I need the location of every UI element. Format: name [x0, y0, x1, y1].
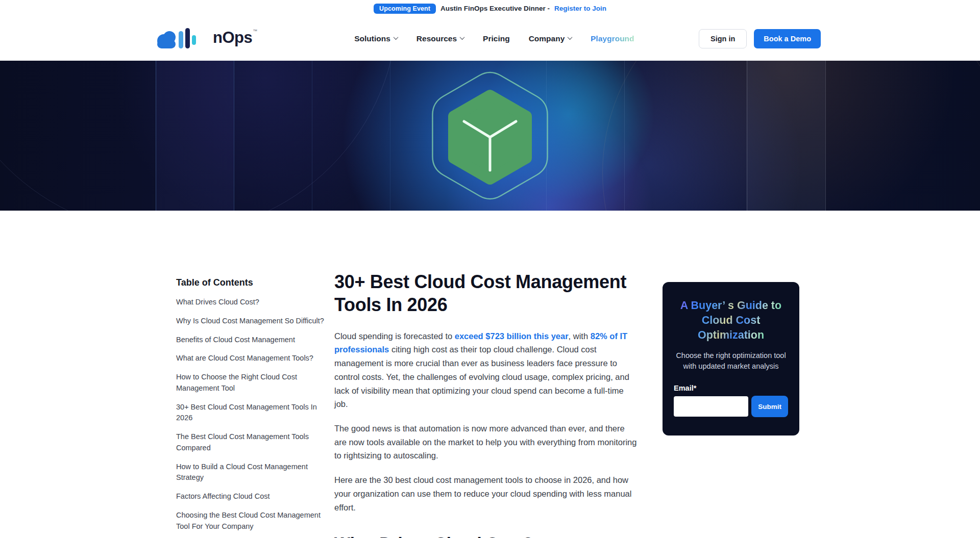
nav-item-resources[interactable]: Resources [416, 34, 464, 43]
chevron-down-icon [460, 35, 465, 40]
hero-gridline [747, 61, 747, 211]
spending-forecast-link[interactable]: exceed $723 billion this year [455, 331, 569, 341]
article-title: 30+ Best Cloud Cost Management Tools In … [334, 270, 638, 317]
trademark-mark: ™ [253, 29, 257, 34]
main-nav: nOps ™ Solutions Resources Pricing Compa… [0, 17, 980, 61]
hero-banner-image [0, 61, 980, 211]
nav-links: Solutions Resources Pricing Company Play… [354, 34, 634, 43]
hero-gridline [825, 61, 826, 211]
toc-title: Table of Contents [176, 277, 324, 288]
hero-gridline [234, 61, 234, 211]
hero-gridline [156, 61, 156, 211]
section-heading-what-drives-cloud-cost: What Drives Cloud Cost? [334, 534, 638, 538]
nav-item-label: Company [529, 34, 565, 43]
hero-panel [156, 61, 234, 211]
sidebar: A Buyer’ s Guide to Cloud Cost Optimizat… [663, 282, 799, 435]
nops-logo-icon [156, 27, 209, 51]
cube-hexagon-icon [398, 61, 582, 211]
article-paragraph: The good news is that automation is now … [334, 422, 638, 463]
table-of-contents: Table of Contents What Drives Cloud Cost… [176, 277, 324, 538]
nav-item-company[interactable]: Company [529, 34, 572, 43]
toc-item-what-drives-cloud-cost[interactable]: What Drives Cloud Cost? [176, 297, 324, 308]
announcement-banner: Upcoming Event Austin FinOps Executive D… [0, 0, 980, 17]
submit-button[interactable]: Submit [751, 396, 788, 417]
email-form: Submit [674, 396, 788, 417]
toc-item-factors[interactable]: Factors Affecting Cloud Cost [176, 491, 324, 502]
toc-item-how-to-choose[interactable]: How to Choose the Right Cloud Cost Manag… [176, 372, 324, 394]
hero-panel [747, 61, 825, 211]
toc-item-tools-compared[interactable]: The Best Cloud Cost Management Tools Com… [176, 431, 324, 454]
book-demo-button[interactable]: Book a Demo [754, 29, 821, 48]
nav-item-label: Solutions [354, 34, 390, 43]
toc-item-why-difficult[interactable]: Why Is Cloud Cost Management So Difficul… [176, 316, 324, 327]
email-label: Email* [674, 384, 788, 392]
nav-item-playground[interactable]: Playground [591, 34, 634, 43]
paragraph-text: , with [569, 331, 591, 341]
toc-item-30-best-tools[interactable]: 30+ Best Cloud Cost Management Tools In … [176, 402, 324, 424]
banner-text: Austin FinOps Executive Dinner - [440, 5, 550, 12]
page-content: Table of Contents What Drives Cloud Cost… [0, 211, 980, 538]
toc-item-benefits[interactable]: Benefits of Cloud Cost Management [176, 335, 324, 346]
register-link[interactable]: Register to Join [554, 5, 606, 12]
paragraph-text: citing high cost as their top cloud chal… [334, 345, 629, 408]
nav-item-label: Pricing [483, 34, 510, 43]
paragraph-text: Cloud spending is forecasted to [334, 331, 455, 341]
logo-wordmark: nOps [213, 30, 252, 45]
toc-item-build-strategy[interactable]: How to Build a Cloud Cost Management Str… [176, 462, 324, 484]
article-paragraph: Here are the 30 best cloud cost manageme… [334, 473, 638, 514]
hero-gridline [312, 61, 312, 211]
article-paragraph: Cloud spending is forecasted to exceed $… [334, 329, 638, 411]
card-subtitle: Choose the right optimization tool with … [674, 350, 788, 372]
nops-logo[interactable]: nOps ™ [156, 27, 257, 51]
hero-gridline [390, 61, 390, 211]
nav-actions: Sign in Book a Demo [699, 29, 821, 48]
hero-gridline [624, 61, 625, 211]
sign-in-button[interactable]: Sign in [699, 29, 747, 48]
event-badge: Upcoming Event [374, 4, 436, 14]
toc-item-choosing-for-company[interactable]: Choosing the Best Cloud Cost Management … [176, 510, 324, 532]
article: 30+ Best Cloud Cost Management Tools In … [334, 270, 638, 538]
buyers-guide-card: A Buyer’ s Guide to Cloud Cost Optimizat… [663, 282, 799, 435]
email-field[interactable] [674, 396, 748, 417]
nav-item-pricing[interactable]: Pricing [483, 34, 510, 43]
card-title: A Buyer’ s Guide to Cloud Cost Optimizat… [674, 298, 788, 343]
chevron-down-icon [393, 35, 398, 40]
toc-item-what-are-tools[interactable]: What are Cloud Cost Management Tools? [176, 353, 324, 364]
chevron-down-icon [568, 35, 573, 40]
nav-item-label: Resources [416, 34, 457, 43]
nav-item-solutions[interactable]: Solutions [354, 34, 398, 43]
